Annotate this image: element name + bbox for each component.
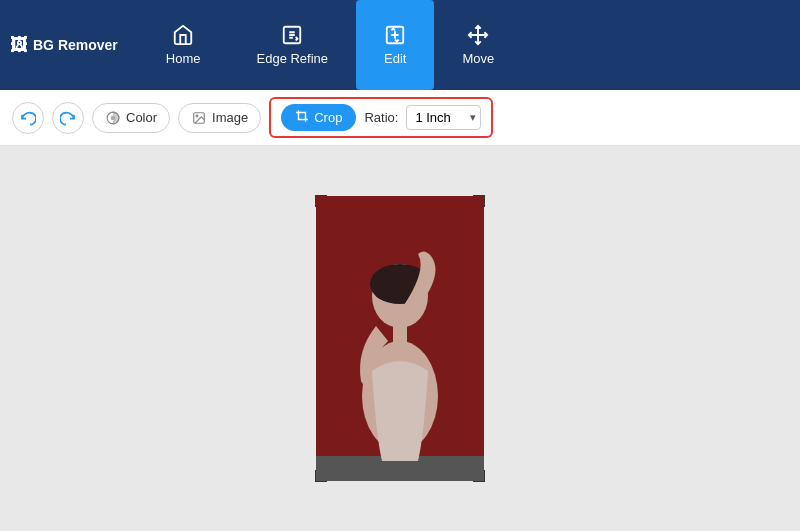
brand-icon: 🖼 <box>10 35 28 56</box>
canvas-area <box>0 146 800 531</box>
brand-title: BG Remover <box>33 37 118 53</box>
tab-home-label: Home <box>166 51 201 66</box>
tab-edit[interactable]: Edit <box>356 0 434 90</box>
image-label: Image <box>212 110 248 125</box>
tab-edit-label: Edit <box>384 51 406 66</box>
home-icon <box>172 24 194 46</box>
svg-point-5 <box>196 115 198 117</box>
tab-move-label: Move <box>462 51 494 66</box>
image-container <box>316 196 484 481</box>
tab-move[interactable]: Move <box>434 0 522 90</box>
crop-icon <box>295 109 309 126</box>
navbar: 🖼 BG Remover Home Edge Refine <box>0 0 800 90</box>
undo-button[interactable] <box>12 102 44 134</box>
color-button[interactable]: Color <box>92 103 170 133</box>
person-figure <box>316 196 484 481</box>
photo-background <box>316 196 484 481</box>
crop-label: Crop <box>314 110 342 125</box>
svg-point-3 <box>111 115 116 120</box>
ratio-select[interactable]: 1 Inch 2 Inch Custom <box>406 105 481 130</box>
ratio-select-wrapper: 1 Inch 2 Inch Custom <box>406 105 481 130</box>
edit-icon <box>384 24 406 46</box>
edge-refine-icon <box>281 24 303 46</box>
tab-edge-refine[interactable]: Edge Refine <box>229 0 357 90</box>
app-brand: 🖼 BG Remover <box>10 35 118 56</box>
ratio-label: Ratio: <box>364 110 398 125</box>
tab-home[interactable]: Home <box>138 0 229 90</box>
svg-point-10 <box>374 281 402 301</box>
nav-tabs: Home Edge Refine <box>138 0 522 90</box>
image-icon <box>191 110 207 126</box>
image-button[interactable]: Image <box>178 103 261 133</box>
toolbar: Color Image Crop Ratio: <box>0 90 800 146</box>
crop-section: Crop Ratio: 1 Inch 2 Inch Custom <box>269 97 493 138</box>
move-icon <box>467 24 489 46</box>
svg-rect-11 <box>393 324 407 344</box>
tab-edge-refine-label: Edge Refine <box>257 51 329 66</box>
color-label: Color <box>126 110 157 125</box>
color-icon <box>105 110 121 126</box>
crop-button[interactable]: Crop <box>281 104 356 131</box>
redo-button[interactable] <box>52 102 84 134</box>
